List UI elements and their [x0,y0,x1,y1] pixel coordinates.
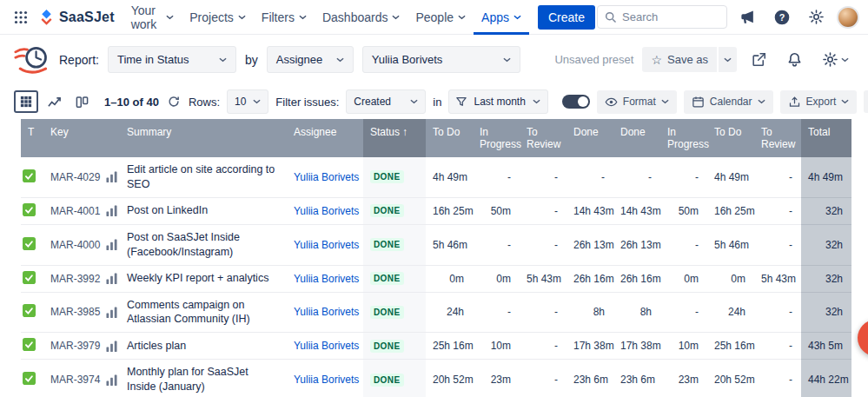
time-cell: 25h 16m [707,333,754,360]
column-header-todo-1[interactable]: To Do [426,119,473,157]
total-cell: 32h [801,265,851,292]
assignee-link[interactable]: Yuliia Borivets [294,374,359,386]
search-input[interactable] [622,10,719,23]
issue-chart-icon[interactable] [106,171,117,182]
time-cell: 50m [660,197,707,224]
help-icon[interactable]: ? [768,5,796,30]
nav-your-work[interactable]: Your work [123,0,182,35]
column-header-type[interactable]: T [21,119,43,157]
export-button[interactable]: Export [780,90,858,114]
issue-key-link[interactable]: MAR-3974 [50,374,100,386]
status-badge: DONE [370,306,404,319]
notifications-bell-icon[interactable] [781,48,808,71]
column-header-summary[interactable]: Summary [120,119,287,157]
status-cell: DONE [363,157,426,197]
issue-type-cell [21,360,43,397]
time-cell: - [473,224,520,265]
group-by-select[interactable]: Assignee [267,46,354,73]
time-cell: - [473,157,520,197]
nav-dashboards[interactable]: Dashboards [315,0,408,35]
issue-key-link[interactable]: MAR-3992 [50,273,100,285]
share-icon[interactable] [745,48,772,71]
filter-field-select[interactable]: Created [346,89,426,114]
save-as-dropdown-button[interactable] [719,47,737,72]
issue-key-link[interactable]: MAR-3985 [50,306,100,318]
report-type-select[interactable]: Time in Status [108,46,236,73]
column-header-toreview-2[interactable]: To Review [754,119,801,157]
user-avatar[interactable] [837,6,859,29]
nav-filters[interactable]: Filters [254,0,315,35]
chart-view-icon[interactable] [42,90,66,113]
column-header-assignee[interactable]: Assignee [287,119,363,157]
time-cell: 16h 25m [707,197,754,224]
refresh-icon[interactable] [166,94,182,109]
app-switcher-icon[interactable] [9,7,33,28]
saasjet-logo[interactable]: SaaSJet [35,9,122,25]
issue-chart-icon[interactable] [106,205,117,216]
issue-chart-icon[interactable] [106,374,117,386]
time-cell: 8h [567,292,613,333]
time-cell: 10m [473,333,520,360]
issue-key-link[interactable]: MAR-4000 [50,239,100,251]
period-select[interactable]: Last month [448,89,547,114]
issue-chart-icon[interactable] [106,341,117,352]
column-header-total[interactable]: Total [801,119,851,157]
column-header-todo-2[interactable]: To Do [707,119,754,157]
filter-funnel-icon [456,96,467,107]
column-header-inprogress-1[interactable]: In Progress [473,119,520,157]
total-cell: 32h [801,197,851,224]
time-cell: - [520,292,567,333]
column-header-status[interactable]: Status↑ [363,119,426,157]
columns-button[interactable]: Columns [864,90,868,113]
issue-key-link[interactable]: MAR-4001 [50,205,100,217]
assignee-select[interactable]: Yuliia Borivets [362,46,520,73]
status-badge: DONE [370,170,404,183]
settings-gear-icon[interactable] [803,5,830,29]
total-cell: 32h [801,292,851,333]
issue-chart-icon[interactable] [106,307,117,318]
rows-per-page-select[interactable]: 10 [227,89,268,114]
report-settings-gear-icon[interactable] [817,48,854,71]
total-cell: 32h [801,224,851,265]
issue-type-cell [21,197,43,224]
column-header-inprogress-2[interactable]: In Progress [660,119,707,157]
time-cell: - [754,292,801,333]
column-header-key[interactable]: Key [43,119,120,157]
assignee-link[interactable]: Yuliia Borivets [294,273,359,285]
nav-apps[interactable]: Apps [474,0,529,35]
announcements-megaphone-icon[interactable] [734,5,761,29]
nav-people[interactable]: People [407,0,474,35]
report-toolbar: Report: Time in Status by Assignee Yulii… [0,35,868,84]
calendar-button[interactable]: Calendar [684,90,773,114]
time-cell: - [520,157,567,197]
toggle-switch[interactable] [562,95,590,109]
search-box[interactable] [597,5,727,29]
issue-key-link[interactable]: MAR-4029 [50,171,100,183]
format-button[interactable]: Format [597,90,677,114]
issue-chart-icon[interactable] [106,239,117,250]
issue-key-link[interactable]: MAR-3979 [50,340,100,352]
create-button[interactable]: Create [538,5,595,30]
grid-view-icon[interactable] [14,90,38,113]
assignee-link[interactable]: Yuliia Borivets [294,171,359,183]
time-cell: 17h 38m [613,333,660,360]
assignee-link[interactable]: Yuliia Borivets [294,340,359,352]
save-as-button[interactable]: ☆ Save as [642,47,717,72]
assignee-link[interactable]: Yuliia Borivets [294,306,359,318]
column-header-done-2[interactable]: Done [613,119,660,157]
logo-text: SaaSJet [59,10,115,25]
time-cell: 5h 46m [707,224,754,265]
assignee-link[interactable]: Yuliia Borivets [294,239,359,251]
time-cell: 23h 6m [613,360,660,397]
column-header-done-1[interactable]: Done [567,119,613,157]
board-view-icon[interactable] [70,90,94,113]
time-in-status-logo [14,43,50,76]
nav-projects[interactable]: Projects [182,0,254,35]
table-row: MAR-3974Monthly plan for SaaSJet Inside … [21,360,851,397]
assignee-link[interactable]: Yuliia Borivets [294,205,359,217]
issue-chart-icon[interactable] [106,273,117,284]
time-cell: 26h 13m [613,224,660,265]
issue-type-cell [21,265,43,292]
column-header-toreview-1[interactable]: To Review [520,119,567,157]
unsaved-preset-label: Unsaved preset [554,53,633,66]
